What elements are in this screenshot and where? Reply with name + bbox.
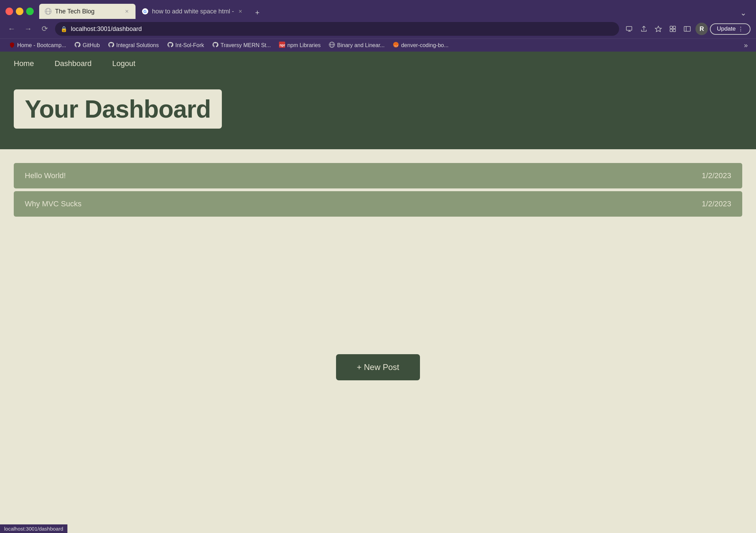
new-post-area: + New Post — [14, 354, 742, 394]
svg-rect-7 — [670, 26, 672, 29]
new-tab-button[interactable]: + — [251, 7, 263, 19]
bookmark-label-3: Integral Solutions — [116, 42, 159, 48]
dashboard-title-box: Your Dashboard — [14, 89, 222, 129]
svg-rect-10 — [673, 29, 676, 32]
profile-button[interactable]: R — [695, 23, 708, 35]
address-actions: R Update ⋮ — [623, 23, 750, 35]
bookmark-integral-solutions[interactable]: Integral Solutions — [105, 40, 162, 51]
back-button[interactable]: ← — [6, 23, 18, 35]
bookmark-favicon-github-4 — [212, 42, 218, 49]
share-icon[interactable] — [638, 23, 650, 35]
bookmark-favicon-shield — [9, 42, 15, 49]
bookmark-npm-libraries[interactable]: npm npm Libraries — [276, 40, 324, 51]
tab-title-2: how to add white space html - — [152, 8, 234, 15]
bookmark-label-5: Traversy MERN St... — [220, 42, 271, 48]
post-date-1: 1/2/2023 — [702, 171, 731, 180]
bookmark-traversy-mern[interactable]: Traversy MERN St... — [209, 40, 274, 51]
tab-list-button[interactable]: ⌄ — [736, 7, 750, 19]
bookmarks-more-button[interactable]: » — [741, 40, 750, 51]
app-content: Hello World! 1/2/2023 Why MVC Sucks 1/2/… — [0, 149, 756, 408]
maximize-button[interactable] — [26, 8, 34, 15]
bookmark-binary-linear[interactable]: Binary and Linear... — [325, 40, 388, 51]
title-bar: The Tech Blog ✕ G how to add white space… — [0, 0, 756, 19]
bookmark-favicon-github-3 — [167, 42, 173, 49]
app-nav: Home Dashboard Logout — [0, 52, 756, 76]
bookmark-label-7: Binary and Linear... — [337, 42, 385, 48]
svg-marker-6 — [655, 26, 661, 32]
post-title-2: Why MVC Sucks — [25, 199, 82, 208]
post-title-1: Hello World! — [25, 171, 66, 180]
svg-rect-9 — [670, 29, 672, 32]
bookmark-label-8: denver-coding-bo... — [401, 42, 449, 48]
app-hero: Your Dashboard — [0, 76, 756, 149]
bookmark-favicon-github-1 — [74, 42, 80, 49]
bookmark-favicon-github-2 — [108, 42, 114, 49]
post-list: Hello World! 1/2/2023 Why MVC Sucks 1/2/… — [14, 163, 742, 217]
nav-home[interactable]: Home — [14, 59, 34, 68]
bookmark-home-bootcamp[interactable]: Home - Bootcamp... — [6, 40, 69, 51]
bookmarks-bar: Home - Bootcamp... GitHub Integral Solut… — [0, 39, 756, 52]
tab-title-1: The Tech Blog — [55, 8, 120, 15]
svg-rect-8 — [673, 26, 676, 29]
sidebar-icon[interactable] — [681, 23, 693, 35]
reload-button[interactable]: ⟳ — [39, 23, 51, 35]
url-display: localhost:3001/dashboard — [71, 25, 614, 33]
svg-rect-5 — [626, 26, 632, 30]
svg-text:G: G — [143, 9, 147, 14]
extensions-icon[interactable] — [667, 23, 679, 35]
lock-icon: 🔒 — [61, 26, 67, 32]
bookmark-github[interactable]: GitHub — [71, 40, 103, 51]
status-url: localhost:3001/dashboard — [4, 526, 63, 532]
update-menu-icon: ⋮ — [738, 25, 744, 33]
update-label: Update — [717, 25, 736, 32]
bookmark-int-sol-fork[interactable]: Int-Sol-Fork — [164, 40, 208, 51]
svg-text:npm: npm — [280, 43, 285, 47]
nav-logout[interactable]: Logout — [112, 59, 135, 68]
tabs-bar: The Tech Blog ✕ G how to add white space… — [39, 4, 750, 19]
tab-the-tech-blog[interactable]: The Tech Blog ✕ — [39, 4, 136, 19]
tab-favicon-2: G — [142, 8, 149, 15]
bookmark-star-icon[interactable] — [652, 23, 665, 35]
post-item-2[interactable]: Why MVC Sucks 1/2/2023 — [14, 191, 742, 217]
tab-close-2[interactable]: ✕ — [237, 8, 244, 14]
screen-cast-icon[interactable] — [623, 23, 636, 35]
tab-close-1[interactable]: ✕ — [124, 8, 130, 14]
browser-chrome: The Tech Blog ✕ G how to add white space… — [0, 0, 756, 52]
address-bar: ← → ⟳ 🔒 localhost:3001/dashboard — [0, 19, 756, 39]
status-bar: localhost:3001/dashboard — [0, 524, 67, 533]
post-date-2: 1/2/2023 — [702, 199, 731, 208]
post-item-1[interactable]: Hello World! 1/2/2023 — [14, 163, 742, 188]
update-button[interactable]: Update ⋮ — [710, 23, 750, 35]
tab-google-search[interactable]: G how to add white space html - ✕ — [136, 4, 249, 19]
minimize-button[interactable] — [16, 8, 23, 15]
bookmark-favicon-globe — [329, 42, 335, 49]
bookmark-label-2: GitHub — [83, 42, 100, 48]
bookmark-favicon-npm: npm — [279, 42, 285, 49]
nav-dashboard[interactable]: Dashboard — [55, 59, 92, 68]
tab-favicon-1 — [45, 8, 52, 15]
bookmark-favicon-fox: 🦊 — [393, 42, 399, 49]
bookmark-label-1: Home - Bootcamp... — [17, 42, 66, 48]
url-bar[interactable]: 🔒 localhost:3001/dashboard — [55, 22, 619, 36]
bookmark-label-4: Int-Sol-Fork — [175, 42, 204, 48]
svg-rect-11 — [684, 26, 690, 31]
svg-text:🦊: 🦊 — [394, 43, 398, 47]
new-post-button[interactable]: + New Post — [336, 354, 420, 380]
forward-button[interactable]: → — [22, 23, 34, 35]
close-button[interactable] — [6, 8, 13, 15]
dashboard-title: Your Dashboard — [25, 95, 211, 123]
bookmark-label-6: npm Libraries — [287, 42, 321, 48]
bookmark-denver-coding[interactable]: 🦊 denver-coding-bo... — [389, 40, 452, 51]
traffic-lights — [6, 8, 34, 15]
